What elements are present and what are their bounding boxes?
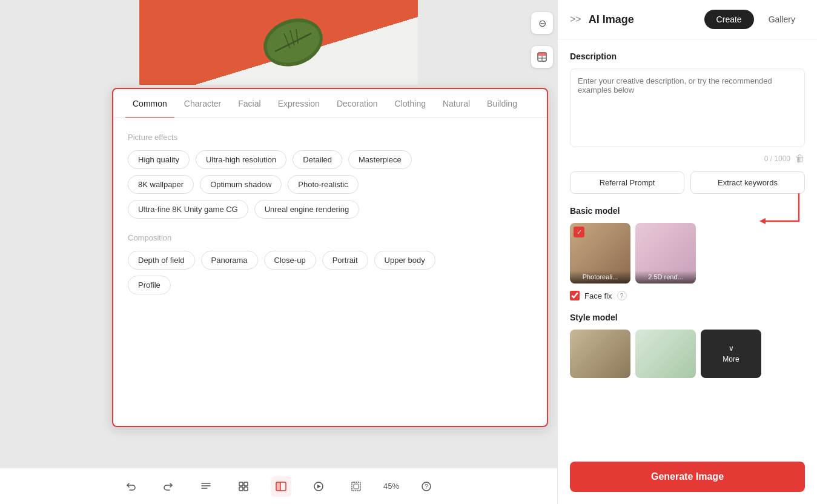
style-model-grid: ∨ More — [570, 330, 805, 378]
basic-model-grid: ✓ Photoreali... 2.5D rend... — [570, 223, 805, 284]
extract-keywords-button[interactable]: Extract keywords — [690, 171, 805, 194]
redo-button[interactable] — [158, 476, 179, 497]
model-card-photorealistic[interactable]: ✓ Photoreali... — [570, 223, 630, 284]
tag-8k-wallpaper[interactable]: 8K wallpaper — [128, 175, 194, 194]
composition-title: Composition — [128, 233, 532, 242]
tag-masterpiece[interactable]: Masterpiece — [348, 150, 412, 169]
model-card-label-1: Photoreali... — [570, 271, 630, 284]
char-count: 0 / 1000 — [764, 154, 790, 163]
image-preview — [139, 0, 418, 85]
right-panel: >> AI Image Create Gallery Description 0… — [557, 0, 817, 504]
zoom-level: 45% — [383, 482, 399, 491]
chat-toolbar-icon[interactable]: ⊖ — [531, 12, 553, 34]
composition-tags: Depth of field Panorama Close-up Portrai… — [128, 251, 532, 270]
tab-character[interactable]: Character — [177, 89, 228, 118]
panel-header: >> AI Image Create Gallery — [558, 0, 817, 39]
description-textarea[interactable] — [570, 68, 805, 147]
undo-button[interactable] — [121, 476, 141, 497]
grid-tool-button[interactable] — [233, 476, 254, 497]
gallery-button[interactable]: Gallery — [759, 10, 805, 29]
leaf-decoration — [257, 12, 329, 73]
svg-rect-16 — [244, 487, 248, 491]
text-tool-button[interactable] — [196, 476, 216, 497]
svg-rect-14 — [244, 482, 248, 486]
basic-model-label: Basic model — [570, 206, 805, 216]
panel-title: AI Image — [589, 13, 700, 26]
panel-arrows: >> — [570, 14, 581, 25]
popup-content: Picture effects High quality Ultra-high … — [113, 118, 547, 315]
picture-effects-title: Picture effects — [128, 133, 532, 142]
tag-depth-of-field[interactable]: Depth of field — [128, 251, 195, 270]
tag-optimum-shadow[interactable]: Optimum shadow — [200, 175, 282, 194]
tab-common[interactable]: Common — [125, 89, 174, 118]
svg-rect-15 — [239, 487, 243, 491]
table-toolbar-icon[interactable] — [531, 46, 553, 68]
style-model-label: Style model — [570, 313, 805, 322]
tag-portrait[interactable]: Portrait — [322, 251, 368, 270]
svg-rect-22 — [352, 482, 360, 491]
svg-rect-18 — [276, 482, 280, 491]
tab-building[interactable]: Building — [480, 89, 524, 118]
generate-image-button[interactable]: Generate Image — [570, 462, 805, 492]
tab-clothing[interactable]: Clothing — [388, 89, 433, 118]
panel-content: Description 0 / 1000 🗑 Referral Prompt E… — [558, 39, 817, 454]
canvas-area: ⊖ Common Character Facial Expression Dec… — [0, 0, 557, 504]
tag-photo-realistic[interactable]: Photo-realistic — [288, 175, 358, 194]
face-fix-help-icon[interactable]: ? — [617, 291, 627, 300]
layout-tool-button[interactable] — [271, 476, 291, 497]
tag-profile[interactable]: Profile — [128, 276, 171, 294]
picture-effects-tags: High quality Ultra-high resolution Detai… — [128, 150, 532, 169]
tabs-bar: Common Character Facial Expression Decor… — [113, 89, 547, 118]
svg-marker-21 — [317, 485, 321, 488]
desc-footer: 0 / 1000 🗑 — [570, 153, 805, 164]
style-card-1[interactable] — [570, 330, 630, 378]
more-button[interactable]: ∨ More — [701, 330, 761, 378]
model-selected-check: ✓ — [574, 227, 584, 237]
prompt-buttons-row: Referral Prompt Extract keywords — [570, 171, 805, 194]
tag-upper-body[interactable]: Upper body — [374, 251, 435, 270]
model-card-label-2: 2.5D rend... — [635, 271, 696, 284]
referral-prompt-button[interactable]: Referral Prompt — [570, 171, 684, 194]
tab-decoration[interactable]: Decoration — [329, 89, 385, 118]
picture-effects-tags-3: Ultra-fine 8K Unity game CG Unreal engin… — [128, 200, 532, 219]
style-card-2[interactable] — [635, 330, 696, 378]
tag-detailed[interactable]: Detailed — [293, 150, 342, 169]
more-chevron-icon: ∨ — [729, 344, 734, 353]
svg-text:?: ? — [425, 483, 428, 490]
bottom-toolbar: 45% ? — [0, 468, 557, 504]
face-fix-checkbox[interactable] — [570, 291, 580, 300]
more-label: More — [723, 355, 739, 363]
composition-tags-2: Profile — [128, 276, 532, 294]
crop-tool-button[interactable] — [346, 476, 366, 497]
tab-natural[interactable]: Natural — [435, 89, 477, 118]
help-button[interactable]: ? — [416, 476, 437, 497]
tag-high-quality[interactable]: High quality — [128, 150, 190, 169]
generate-section: Generate Image — [558, 454, 817, 504]
create-button[interactable]: Create — [704, 10, 754, 29]
face-fix-row: Face fix ? — [570, 291, 805, 300]
play-tool-button[interactable] — [308, 476, 329, 497]
tag-close-up[interactable]: Close-up — [264, 251, 316, 270]
tag-ultra-high-res[interactable]: Ultra-high resolution — [196, 150, 286, 169]
tag-ultra-fine-8k[interactable]: Ultra-fine 8K Unity game CG — [128, 200, 248, 219]
clear-description-button[interactable]: 🗑 — [795, 153, 805, 164]
svg-rect-23 — [354, 484, 359, 489]
tag-panorama[interactable]: Panorama — [201, 251, 258, 270]
tag-unreal-engine[interactable]: Unreal engine rendering — [254, 200, 359, 219]
popup-panel: Common Character Facial Expression Decor… — [112, 88, 548, 427]
description-label: Description — [570, 51, 805, 61]
tab-facial[interactable]: Facial — [231, 89, 268, 118]
tab-expression[interactable]: Expression — [271, 89, 327, 118]
model-card-2-5d[interactable]: 2.5D rend... — [635, 223, 696, 284]
svg-rect-13 — [239, 482, 243, 486]
picture-effects-tags-2: 8K wallpaper Optimum shadow Photo-realis… — [128, 175, 532, 194]
svg-rect-7 — [538, 53, 546, 56]
face-fix-label: Face fix — [584, 291, 612, 300]
